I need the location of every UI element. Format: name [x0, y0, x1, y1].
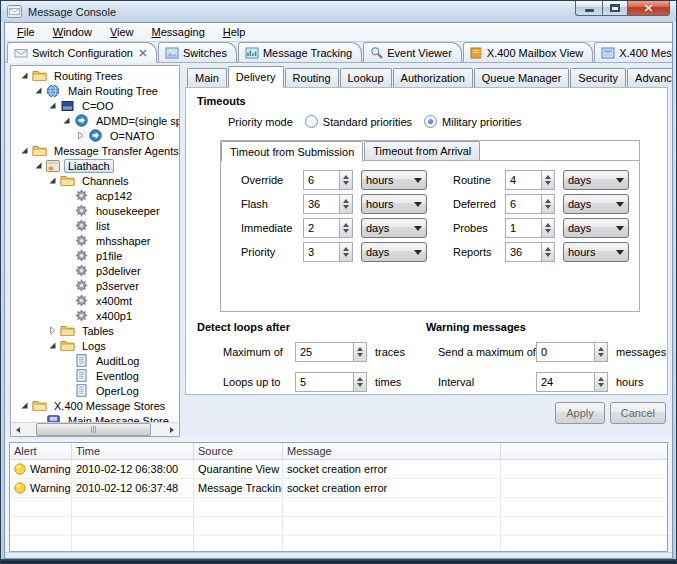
title-bar[interactable]: Message Console: [1, 1, 676, 22]
subtab-timeout-from-arrival[interactable]: Timeout from Arrival: [364, 141, 480, 160]
close-button[interactable]: [628, 1, 670, 16]
scroll-right-button[interactable]: [165, 423, 179, 436]
alert-row[interactable]: Warning2010-02-12 06:37:48Message Tracki…: [10, 479, 667, 498]
value-input[interactable]: [303, 194, 339, 214]
menu-item-messaging[interactable]: Messaging: [144, 25, 213, 39]
value-input[interactable]: [505, 218, 541, 238]
tab-x-400-mailbox-view[interactable]: X.400 Mailbox View: [463, 42, 593, 62]
spinner-buttons[interactable]: [339, 194, 353, 214]
scrollbar-thumb[interactable]: [36, 423, 151, 436]
tree-item[interactable]: housekeeper: [11, 203, 179, 218]
expander-expanded-icon[interactable]: [31, 161, 45, 170]
editor-tab-lookup[interactable]: Lookup: [340, 68, 392, 87]
column-header-time[interactable]: Time: [72, 443, 194, 459]
editor-tab-security[interactable]: Security: [570, 68, 626, 87]
menu-item-help[interactable]: Help: [215, 25, 254, 39]
spinner-buttons[interactable]: [594, 342, 608, 362]
tree-item[interactable]: list: [11, 218, 179, 233]
tree-item[interactable]: mhsshaper: [11, 233, 179, 248]
column-header-alert[interactable]: Alert: [10, 443, 72, 459]
spinner-buttons[interactable]: [541, 194, 555, 214]
value-input[interactable]: [295, 342, 353, 362]
radio-military-priorities[interactable]: [424, 115, 437, 128]
tab-message-tracking[interactable]: Message Tracking: [238, 42, 362, 62]
value-input[interactable]: [303, 242, 339, 262]
editor-tab-authorization[interactable]: Authorization: [393, 68, 473, 87]
expander-expanded-icon[interactable]: [45, 341, 59, 350]
editor-tab-advanced[interactable]: Advanced: [627, 68, 673, 87]
expander-expanded-icon[interactable]: [17, 401, 31, 410]
tree-item[interactable]: Channels: [11, 173, 179, 188]
value-input[interactable]: [505, 194, 541, 214]
editor-tab-routing[interactable]: Routing: [285, 68, 339, 87]
radio-standard-priorities[interactable]: [305, 115, 318, 128]
value-input[interactable]: [505, 242, 541, 262]
apply-button[interactable]: Apply: [555, 402, 605, 424]
expander-expanded-icon[interactable]: [17, 71, 31, 80]
column-header-source[interactable]: Source: [194, 443, 283, 459]
tree-item[interactable]: Main Routing Tree: [11, 83, 179, 98]
expander-expanded-icon[interactable]: [31, 86, 45, 95]
menu-item-view[interactable]: View: [102, 25, 142, 39]
editor-tab-main[interactable]: Main: [187, 68, 227, 87]
scroll-left-button[interactable]: [11, 423, 25, 436]
tree-item[interactable]: ADMD=(single space: [11, 113, 179, 128]
tree-item[interactable]: AuditLog: [11, 353, 179, 368]
subtab-timeout-from-submission[interactable]: Timeout from Submission: [221, 141, 363, 161]
cancel-button[interactable]: Cancel: [610, 402, 666, 424]
spinner-buttons[interactable]: [339, 242, 353, 262]
tree-item[interactable]: Routing Trees: [11, 68, 179, 83]
tree-item[interactable]: Eventlog: [11, 368, 179, 383]
tree-item[interactable]: acp142: [11, 188, 179, 203]
tree-item[interactable]: OperLog: [11, 383, 179, 398]
spinner-buttons[interactable]: [339, 218, 353, 238]
expander-expanded-icon[interactable]: [45, 101, 59, 110]
value-input[interactable]: [536, 372, 594, 392]
expander-collapsed-icon[interactable]: [45, 326, 59, 335]
unit-combobox[interactable]: hours: [563, 242, 629, 262]
value-input[interactable]: [303, 170, 339, 190]
alert-row[interactable]: Warning2010-02-12 06:38:00Quarantine Vie…: [10, 460, 667, 479]
tree-item[interactable]: O=NATO: [11, 128, 179, 143]
unit-combobox[interactable]: days: [563, 194, 629, 214]
expander-expanded-icon[interactable]: [59, 116, 73, 125]
tab-x-400-message-stores[interactable]: X.400 Message Stores: [594, 42, 673, 62]
tree-item[interactable]: p3server: [11, 278, 179, 293]
tree-item[interactable]: p1file: [11, 248, 179, 263]
value-input[interactable]: [505, 170, 541, 190]
menu-item-file[interactable]: File: [9, 25, 43, 39]
value-input[interactable]: [536, 342, 594, 362]
unit-combobox[interactable]: days: [563, 218, 629, 238]
maximize-button[interactable]: [602, 1, 628, 16]
expander-expanded-icon[interactable]: [45, 176, 59, 185]
value-input[interactable]: [303, 218, 339, 238]
minimize-button[interactable]: [575, 1, 602, 16]
tree-item[interactable]: C=OO: [11, 98, 179, 113]
expander-expanded-icon[interactable]: [17, 146, 31, 155]
expander-collapsed-icon[interactable]: [73, 131, 87, 140]
menu-item-window[interactable]: Window: [45, 25, 100, 39]
tree-item[interactable]: X.400 Message Stores: [11, 398, 179, 413]
editor-tab-queue-manager[interactable]: Queue Manager: [474, 68, 570, 87]
unit-combobox[interactable]: days: [361, 242, 427, 262]
tab-close-icon[interactable]: [139, 49, 147, 57]
tree-item[interactable]: Message Transfer Agents: [11, 143, 179, 158]
tree-item[interactable]: Tables: [11, 323, 179, 338]
spinner-buttons[interactable]: [353, 372, 367, 392]
column-header-message[interactable]: Message: [283, 443, 501, 459]
spinner-buttons[interactable]: [541, 242, 555, 262]
unit-combobox[interactable]: days: [361, 218, 427, 238]
tab-event-viewer[interactable]: Event Viewer: [363, 42, 462, 62]
tree-item[interactable]: Main Message Store: [11, 413, 179, 422]
spinner-buttons[interactable]: [594, 372, 608, 392]
unit-combobox[interactable]: days: [563, 170, 629, 190]
spinner-buttons[interactable]: [541, 170, 555, 190]
tree-item[interactable]: Liathach: [11, 158, 179, 173]
spinner-buttons[interactable]: [339, 170, 353, 190]
tree-item[interactable]: x400p1: [11, 308, 179, 323]
scrollbar-track[interactable]: [25, 423, 165, 436]
unit-combobox[interactable]: hours: [361, 170, 427, 190]
tree-horizontal-scrollbar[interactable]: [11, 422, 179, 436]
value-input[interactable]: [295, 372, 353, 392]
unit-combobox[interactable]: hours: [361, 194, 427, 214]
